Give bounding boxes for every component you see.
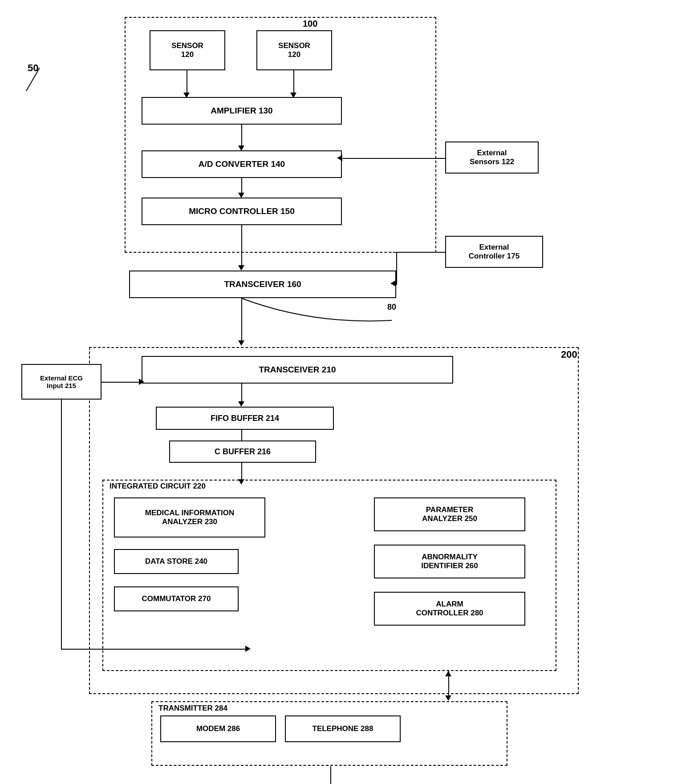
transceiver160-label: TRANSCEIVER 160 — [224, 279, 301, 289]
external-ecg-box: External ECG Input 215 — [21, 364, 101, 400]
ad-converter-label: A/D CONVERTER 140 — [199, 159, 285, 169]
external-sensors-box: External Sensors 122 — [445, 141, 539, 174]
telephone-label: TELEPHONE 288 — [313, 724, 373, 733]
diagram-container: 50 100 SENSOR 120 SENSOR 120 AMPLIFIER 1… — [0, 0, 686, 784]
ecg-left-line — [61, 400, 62, 649]
ext-sensors-line — [343, 158, 445, 159]
ad-converter-box: A/D CONVERTER 140 — [142, 150, 342, 178]
transceiver210-label: TRANSCEIVER 210 — [259, 365, 336, 375]
sensor1-box: SENSOR 120 — [150, 30, 225, 70]
medical-analyzer-box: MEDICAL INFORMATION ANALYZER 230 — [114, 497, 265, 537]
commutator-label: COMMUTATOR 270 — [142, 594, 211, 603]
mc-to-tr160-arrow — [241, 225, 242, 267]
amp-to-adc-arrow — [241, 125, 242, 148]
curved-connector — [223, 289, 423, 347]
group-200-label: 200 — [561, 349, 577, 360]
commutator-box: COMMUTATOR 270 — [114, 586, 239, 611]
c-buffer-label: C BUFFER 216 — [215, 447, 271, 457]
tr210-down-arrow-head — [238, 401, 244, 407]
parameter-analyzer-box: PARAMETER ANALYZER 250 — [374, 497, 525, 531]
sensor1-arrow — [187, 70, 187, 95]
parameter-analyzer-label: PARAMETER ANALYZER 250 — [422, 505, 477, 523]
sensor2-box: SENSOR 120 — [256, 30, 332, 70]
transceiver210-box: TRANSCEIVER 210 — [142, 356, 453, 384]
modem-box: MODEM 286 — [160, 715, 276, 742]
ic-to-transmitter-top-head — [445, 671, 451, 676]
ecg-to-tr210-line — [101, 382, 142, 383]
data-store-box: DATA STORE 240 — [114, 549, 239, 574]
sensor2-arrow — [293, 70, 294, 95]
group-100-label: 100 — [303, 19, 317, 29]
sensor1-label: SENSOR 120 — [171, 41, 203, 59]
transmitter-to-remote-arrow — [330, 766, 331, 784]
external-controller-label: External Controller 175 — [469, 243, 520, 261]
external-sensors-label: External Sensors 122 — [470, 149, 514, 166]
cbuffer-down-arrow — [241, 463, 242, 481]
abnormality-identifier-box: ABNORMALITY IDENTIFIER 260 — [374, 545, 525, 578]
modem-label: MODEM 286 — [196, 724, 240, 733]
sensor2-label: SENSOR 120 — [278, 41, 310, 59]
abnormality-identifier-label: ABNORMALITY IDENTIFIER 260 — [421, 553, 478, 570]
fifo-buffer-label: FIFO BUFFER 214 — [211, 414, 279, 423]
fifo-down-arrow — [241, 430, 242, 441]
c-buffer-box: C BUFFER 216 — [169, 440, 316, 463]
ext-controller-line-v — [396, 252, 397, 285]
amplifier-label: AMPLIFIER 130 — [211, 106, 272, 116]
micro-controller-label: MICRO CONTROLLER 150 — [189, 206, 295, 216]
alarm-controller-box: ALARM CONTROLLER 280 — [374, 592, 525, 626]
external-controller-box: External Controller 175 — [445, 236, 543, 268]
mc-to-tr160-arrow-head — [238, 265, 244, 271]
fifo-buffer-box: FIFO BUFFER 214 — [156, 407, 334, 430]
integrated-circuit-label: INTEGRATED CIRCUIT 220 — [110, 482, 206, 491]
ext-controller-line — [396, 252, 445, 253]
ecg-to-tr210-arrow-head — [139, 379, 144, 385]
ext-sensors-arrow-head — [337, 155, 342, 161]
tr210-down-arrow — [241, 384, 242, 404]
micro-controller-box: MICRO CONTROLLER 150 — [142, 198, 342, 225]
amplifier-box: AMPLIFIER 130 — [142, 97, 342, 125]
external-ecg-label: External ECG Input 215 — [40, 374, 83, 389]
telephone-box: TELEPHONE 288 — [285, 715, 401, 742]
data-store-label: DATA STORE 240 — [145, 557, 207, 566]
ext-controller-arrow-head — [390, 280, 396, 287]
ic-to-transmitter-bottom-head — [445, 695, 451, 701]
alarm-controller-label: ALARM CONTROLLER 280 — [416, 600, 483, 618]
medical-analyzer-label: MEDICAL INFORMATION ANALYZER 230 — [145, 509, 235, 526]
transmitter-label: TRANSMITTER 284 — [158, 704, 227, 713]
